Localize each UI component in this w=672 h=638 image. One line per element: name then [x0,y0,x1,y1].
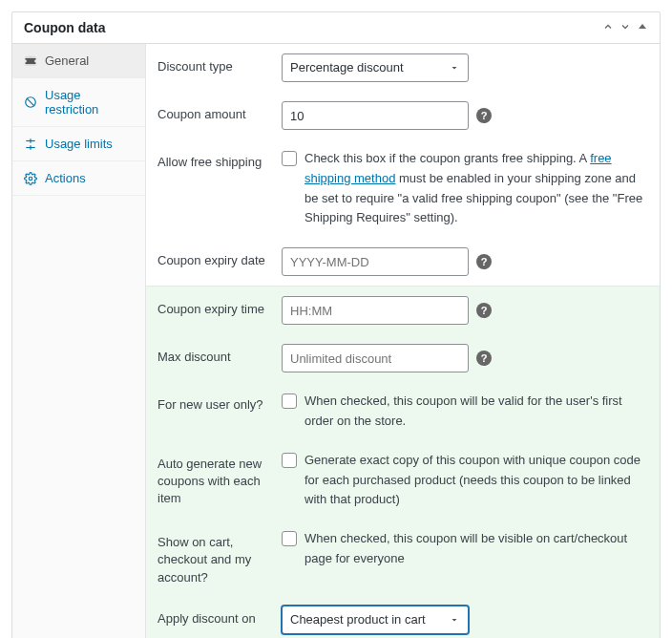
label-discount-type: Discount type [158,53,272,75]
sidebar-item-usage-limits[interactable]: Usage limits [12,127,145,161]
auto-generate-description: Generate exact copy of this coupon with … [304,451,648,510]
expiry-date-input[interactable] [282,247,469,276]
help-icon[interactable]: ? [476,303,492,318]
sidebar-item-general[interactable]: General [12,44,145,78]
label-apply-discount-on: Apply discount on [158,606,272,627]
gear-icon [24,172,37,185]
sidebar-item-actions[interactable]: Actions [12,161,145,196]
content: Discount type Percentage discount Coupon… [146,44,660,638]
label-new-user: For new user only? [158,392,272,414]
move-up-icon[interactable] [602,21,614,35]
coupon-amount-input[interactable] [282,101,469,130]
free-shipping-checkbox[interactable] [282,151,297,166]
field-max-discount: Max discount ? [146,334,660,382]
auto-generate-checkbox[interactable] [282,453,297,468]
sidebar-item-label: Usage restriction [45,88,134,117]
label-expiry-time: Coupon expiry time [158,296,272,318]
label-expiry-date: Coupon expiry date [158,247,272,269]
sidebar: General Usage restriction Usage limits A… [12,44,146,638]
sidebar-item-label: Actions [45,171,86,185]
panel-title: Coupon data [24,20,106,35]
sidebar-item-label: Usage limits [45,137,113,151]
show-on-cart-description: When checked, this coupon will be visibl… [304,529,648,569]
help-icon[interactable]: ? [476,108,492,123]
toggle-panel-icon[interactable] [637,21,648,35]
label-auto-generate: Auto generate new coupons with each item [158,451,272,508]
sidebar-item-usage-restriction[interactable]: Usage restriction [12,78,145,127]
show-on-cart-checkbox[interactable] [282,531,297,546]
expiry-time-input[interactable] [282,296,469,325]
help-icon[interactable]: ? [476,254,492,269]
field-expiry-time: Coupon expiry time ? [146,287,660,334]
svg-point-6 [29,177,32,181]
free-shipping-description: Check this box if the coupon grants free… [304,149,648,228]
sidebar-item-label: General [45,53,89,68]
label-max-discount: Max discount [158,344,272,366]
block-icon [24,96,37,109]
panel-header-controls [602,21,648,35]
label-coupon-amount: Coupon amount [158,101,272,123]
new-user-checkbox[interactable] [282,393,297,409]
field-expiry-date: Coupon expiry date ? [146,238,660,286]
svg-line-1 [27,98,34,106]
panel-header: Coupon data [12,12,660,44]
move-down-icon[interactable] [620,21,631,35]
field-auto-generate: Auto generate new coupons with each item… [146,441,660,520]
ticket-icon [24,54,37,68]
field-discount-type: Discount type Percentage discount [146,44,660,92]
discount-type-select[interactable]: Percentage discount [282,53,469,82]
limits-icon [24,138,37,151]
extra-section-1: Coupon expiry time ? Max discount ? For … [146,286,660,638]
field-apply-discount-on: Apply discount on Cheapest product in ca… [146,596,660,638]
field-new-user: For new user only? When checked, this co… [146,382,660,441]
label-free-shipping: Allow free shipping [158,149,272,171]
field-coupon-amount: Coupon amount ? [146,92,660,139]
help-icon[interactable]: ? [476,351,492,366]
label-show-on-cart: Show on cart, checkout and my account? [158,529,272,586]
new-user-description: When checked, this coupon will be valid … [304,392,648,432]
field-free-shipping: Allow free shipping Check this box if th… [146,139,660,238]
panel-body: General Usage restriction Usage limits A… [12,44,660,638]
apply-discount-on-select[interactable]: Cheapest product in cart [282,606,469,634]
max-discount-input[interactable] [282,344,469,372]
coupon-data-panel: Coupon data General [11,11,661,638]
field-show-on-cart: Show on cart, checkout and my account? W… [146,520,660,596]
